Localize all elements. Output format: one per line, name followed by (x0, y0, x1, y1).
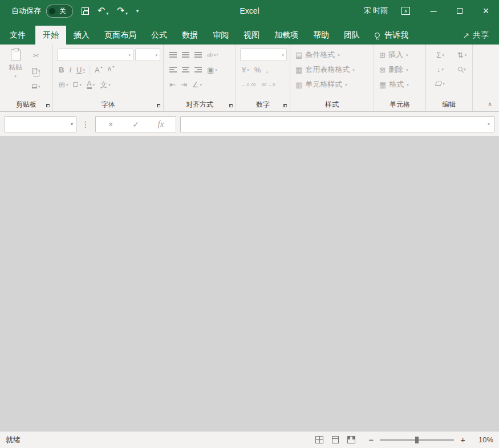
font-name-combobox[interactable]: ▾ (57, 49, 133, 61)
autosum-button[interactable]: Σ▾ (430, 49, 451, 61)
delete-cells-label: 删除 (388, 64, 403, 75)
number-format-combobox[interactable]: ▾ (240, 49, 287, 61)
down-mark-icon: ▾ (112, 65, 114, 68)
cell-styles-button[interactable]: ▥ 单元格样式 ▾ (294, 77, 371, 92)
tab-insert[interactable]: 插入 (66, 26, 97, 45)
page-layout-view-button[interactable] (332, 436, 339, 443)
percent-style-button[interactable]: % (253, 63, 263, 76)
zoom-percentage[interactable]: 10% (474, 435, 493, 444)
paste-button[interactable]: 粘贴 ▾ (4, 47, 27, 92)
tab-page-layout[interactable]: 页面布局 (97, 26, 144, 45)
dialog-launcher-icon[interactable] (157, 104, 160, 107)
increase-font-size-button[interactable]: A▴ (93, 63, 104, 76)
zoom-slider[interactable] (380, 439, 454, 441)
redo-button[interactable]: ↷ ▾ (117, 6, 128, 15)
orientation-button[interactable]: ∠▾ (190, 78, 204, 91)
dialog-launcher-icon[interactable] (283, 104, 287, 107)
merge-center-button[interactable]: ▣▾ (205, 63, 219, 76)
tab-view[interactable]: 视图 (236, 26, 267, 45)
cancel-entry-button[interactable]: × (98, 120, 123, 129)
chevron-down-icon: ▾ (345, 83, 347, 87)
fill-color-button[interactable]: ▾ (71, 78, 83, 91)
name-box[interactable]: ▾ (5, 116, 76, 132)
align-middle-button[interactable] (180, 49, 191, 61)
tell-me-button[interactable]: 告诉我 (367, 26, 416, 45)
currency-icon: ¥ (242, 66, 246, 74)
italic-button[interactable]: I (67, 63, 73, 76)
collapse-ribbon-button[interactable]: ∧ (488, 100, 492, 108)
increase-decimal-button[interactable]: ←.0 .00 (240, 78, 258, 91)
decrease-decimal-button[interactable]: .00 →.0 (259, 78, 277, 91)
phonetic-guide-button[interactable]: 文▾ (98, 78, 112, 91)
page-break-view-button[interactable] (347, 436, 355, 443)
ribbon-group-number: ▾ ¥▾ % , ←.0 .00 .00 →.0 数字 (236, 45, 290, 111)
wrap-text-button[interactable]: ab↩ (205, 49, 220, 61)
grow-font-icon: A (95, 66, 100, 74)
close-button[interactable]: × (473, 0, 499, 22)
increase-indent-button[interactable]: ⇥ (179, 78, 189, 91)
font-size-combobox[interactable]: ▾ (135, 49, 160, 61)
bold-button[interactable]: B (57, 63, 66, 76)
decrease-font-size-button[interactable]: A▾ (106, 63, 116, 76)
zoom-in-button[interactable]: + (460, 435, 465, 444)
autosave-toggle[interactable]: 关 (46, 5, 73, 18)
insert-function-button[interactable]: fx (148, 119, 173, 129)
decrease-indent-button[interactable]: ⇤ (168, 78, 177, 91)
delete-cells-button[interactable]: ⊠ 删除 ▾ (378, 62, 423, 77)
dialog-launcher-icon[interactable] (46, 104, 50, 107)
customize-qat-button[interactable]: ▾ (136, 9, 139, 14)
align-right-button[interactable] (193, 63, 204, 76)
maximize-button[interactable] (447, 0, 473, 22)
find-select-button[interactable]: ▾ (452, 63, 472, 75)
wrap-text-icon: ab (207, 53, 213, 58)
conditional-formatting-button[interactable]: ▤ 条件格式 ▾ (294, 47, 371, 62)
undo-button[interactable]: ↶ ▾ (98, 6, 108, 15)
insert-cells-button[interactable]: ⊞ 插入 ▾ (378, 47, 423, 62)
drag-handle-icon[interactable]: ⋮ (80, 120, 91, 129)
align-center-button[interactable] (180, 63, 191, 76)
dialog-launcher-icon[interactable] (229, 104, 233, 107)
tab-formulas[interactable]: 公式 (144, 26, 175, 45)
share-button[interactable]: ↗ 共享 (452, 26, 499, 45)
expand-formula-bar-icon[interactable]: ▾ (488, 122, 490, 127)
fill-button[interactable]: ↓▾ (430, 63, 451, 75)
align-top-button[interactable] (168, 49, 178, 61)
tab-help[interactable]: 帮助 (306, 26, 336, 45)
format-cells-button[interactable]: ▦ 格式 ▾ (378, 77, 423, 92)
save-button[interactable] (82, 7, 89, 15)
comma-style-button[interactable]: , (264, 63, 270, 76)
autosave-control[interactable]: 自动保存 关 (11, 5, 73, 18)
accounting-format-button[interactable]: ¥▾ (240, 63, 251, 76)
chevron-down-icon: ▾ (106, 11, 108, 15)
tab-file[interactable]: 文件 (0, 26, 35, 45)
user-name[interactable]: 宋 时雨 (363, 6, 388, 16)
enter-entry-button[interactable]: ✓ (123, 120, 148, 129)
sort-filter-button[interactable]: ⇅▾ (452, 49, 472, 61)
borders-icon: ⊞ (59, 81, 65, 88)
tab-review[interactable]: 审阅 (205, 26, 236, 45)
format-painter-button[interactable]: ▾ (30, 80, 42, 92)
align-left-button[interactable] (168, 63, 178, 76)
formula-input[interactable]: ▾ (180, 116, 494, 132)
normal-view-button[interactable] (315, 436, 323, 443)
zoom-control: − + (368, 435, 465, 444)
font-color-button[interactable]: A▾ (85, 78, 96, 91)
tab-data[interactable]: 数据 (175, 26, 205, 45)
minimize-button[interactable]: ─ (420, 0, 447, 22)
tab-add-ins[interactable]: 加载项 (267, 26, 306, 45)
tab-home[interactable]: 开始 (35, 26, 66, 45)
ribbon-display-options-button[interactable]: ∧ (401, 7, 410, 15)
underline-button[interactable]: U▾ (75, 63, 87, 76)
borders-button[interactable]: ⊞▾ (57, 78, 70, 91)
zoom-slider-handle[interactable] (415, 437, 419, 443)
orientation-icon: ∠ (192, 81, 199, 88)
zoom-out-button[interactable]: − (368, 435, 374, 444)
cut-button[interactable]: ✂ (30, 49, 42, 62)
copy-button[interactable]: ▾ (30, 64, 42, 77)
italic-icon: I (69, 66, 71, 74)
clear-button[interactable]: ▾ (430, 77, 451, 90)
align-bottom-button[interactable] (193, 49, 204, 61)
chevron-down-icon[interactable]: ▾ (68, 122, 76, 127)
format-as-table-button[interactable]: ▦ 套用表格格式 ▾ (294, 62, 371, 77)
tab-team[interactable]: 团队 (336, 26, 367, 45)
